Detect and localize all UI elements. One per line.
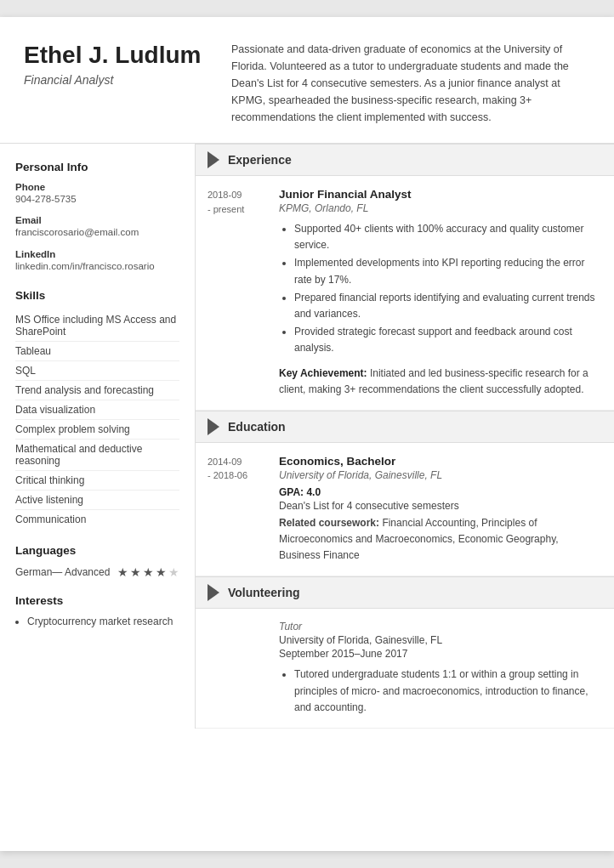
linkedin-block: LinkedIn linkedin.com/in/francisco.rosar…	[15, 249, 179, 274]
skill-item: Complex problem solving	[15, 420, 179, 440]
language-stars: ★★★★★	[117, 565, 179, 579]
edu-school: University of Florida, Gainesville, FL	[279, 469, 602, 481]
vol-role: Tutor	[279, 621, 602, 633]
skill-item: SQL	[15, 361, 179, 381]
volunteering-arrow-icon	[208, 584, 219, 601]
education-arrow-icon	[208, 418, 219, 435]
vol-org: University of Florida, Gainesville, FL	[279, 634, 602, 646]
header-left: Ethel J. Ludlum Financial Analyst	[24, 41, 211, 87]
email-label: Email	[15, 215, 179, 225]
star-icon: ★	[117, 565, 128, 579]
vol-content: TutorUniversity of Florida, Gainesville,…	[279, 621, 602, 716]
edu-content: Economics, BachelorUniversity of Florida…	[279, 455, 602, 564]
edu-degree: Economics, Bachelor	[279, 455, 602, 468]
education-title: Education	[228, 420, 286, 434]
bullet-item: Supported 40+ clients with 100% accuracy…	[294, 221, 602, 253]
star-icon: ★	[156, 565, 167, 579]
edu-date: 2014-09 - 2018-06	[208, 455, 267, 564]
vol-bullets: Tutored undergraduate students 1:1 or wi…	[279, 667, 602, 716]
key-achievement: Key Achievement: Initiated and led busin…	[279, 366, 602, 398]
personal-info-title: Personal Info	[15, 161, 179, 173]
phone-block: Phone 904-278-5735	[15, 182, 179, 207]
bullet-item: Provided strategic forecast support and …	[294, 324, 602, 356]
skills-list: MS Office including MS Access and ShareP…	[15, 310, 179, 529]
volunteering-entries: TutorUniversity of Florida, Gainesville,…	[196, 609, 614, 729]
edu-deans-list: Dean's List for 4 consecutive semesters	[279, 500, 602, 512]
experience-entry: 2018-09 - presentJunior Financial Analys…	[196, 176, 614, 411]
resume-header: Ethel J. Ludlum Financial Analyst Passio…	[0, 17, 614, 144]
edu-coursework: Related coursework: Financial Accounting…	[279, 515, 602, 564]
job-bullets: Supported 40+ clients with 100% accuracy…	[279, 221, 602, 357]
skill-item: Critical thinking	[15, 471, 179, 491]
skill-item: Trend analysis and forecasting	[15, 381, 179, 400]
skill-item: Active listening	[15, 491, 179, 510]
interests-title: Interests	[15, 594, 179, 607]
linkedin-value: linkedin.com/in/francisco.rosario	[15, 259, 179, 274]
vol-date	[208, 621, 267, 716]
experience-header: Experience	[196, 144, 614, 176]
volunteering-entry: TutorUniversity of Florida, Gainesville,…	[196, 609, 614, 729]
main-content: Experience 2018-09 - presentJunior Finan…	[196, 144, 614, 729]
volunteering-header: Volunteering	[196, 576, 614, 609]
candidate-name: Ethel J. Ludlum	[24, 41, 211, 70]
languages-title: Languages	[15, 544, 179, 557]
skill-item: Communication	[15, 510, 179, 529]
sidebar: Personal Info Phone 904-278-5735 Email f…	[0, 144, 196, 729]
skill-item: Mathematical and deductive reasoning	[15, 440, 179, 471]
bullet-item: Implemented developments into KPI report…	[294, 255, 602, 287]
job-company: KPMG, Orlando, FL	[279, 202, 602, 214]
language-name: German— Advanced	[15, 566, 110, 578]
star-icon: ★	[130, 565, 141, 579]
phone-value: 904-278-5735	[15, 192, 179, 207]
entry-date: 2018-09 - present	[208, 188, 267, 398]
skill-item: Tableau	[15, 342, 179, 361]
experience-entries: 2018-09 - presentJunior Financial Analys…	[196, 176, 614, 411]
interests-list: Cryptocurrency market research	[15, 616, 179, 627]
education-entries: 2014-09 - 2018-06Economics, BachelorUniv…	[196, 443, 614, 577]
interest-item: Cryptocurrency market research	[27, 616, 179, 627]
resume-container: Ethel J. Ludlum Financial Analyst Passio…	[0, 17, 614, 851]
language-row: German— Advanced ★★★★★	[15, 565, 179, 579]
volunteering-section: Volunteering TutorUniversity of Florida,…	[196, 576, 614, 729]
education-entry: 2014-09 - 2018-06Economics, BachelorUniv…	[196, 443, 614, 577]
phone-label: Phone	[15, 182, 179, 192]
education-header: Education	[196, 411, 614, 443]
skills-title: Skills	[15, 289, 179, 302]
job-title: Junior Financial Analyst	[279, 188, 602, 201]
candidate-title: Financial Analyst	[24, 73, 211, 87]
vol-bullet-item: Tutored undergraduate students 1:1 or wi…	[294, 667, 602, 716]
skill-item: MS Office including MS Access and ShareP…	[15, 310, 179, 342]
experience-title: Experience	[228, 153, 292, 167]
star-icon: ★	[143, 565, 154, 579]
experience-arrow-icon	[208, 151, 219, 168]
bullet-item: Prepared financial reports identifying a…	[294, 290, 602, 322]
volunteering-title: Volunteering	[228, 586, 300, 599]
linkedin-label: LinkedIn	[15, 249, 179, 259]
email-block: Email franciscorosario@email.com	[15, 215, 179, 240]
email-value: franciscorosario@email.com	[15, 225, 179, 240]
education-section: Education 2014-09 - 2018-06Economics, Ba…	[196, 411, 614, 577]
entry-content: Junior Financial AnalystKPMG, Orlando, F…	[279, 188, 602, 398]
skill-item: Data visualization	[15, 400, 179, 420]
candidate-summary: Passionate and data-driven graduate of e…	[231, 41, 590, 126]
experience-section: Experience 2018-09 - presentJunior Finan…	[196, 144, 614, 411]
vol-dates: September 2015–June 2017	[279, 648, 602, 660]
star-icon: ★	[168, 565, 179, 579]
edu-gpa: GPA: 4.0	[279, 486, 602, 498]
resume-body: Personal Info Phone 904-278-5735 Email f…	[0, 144, 614, 729]
